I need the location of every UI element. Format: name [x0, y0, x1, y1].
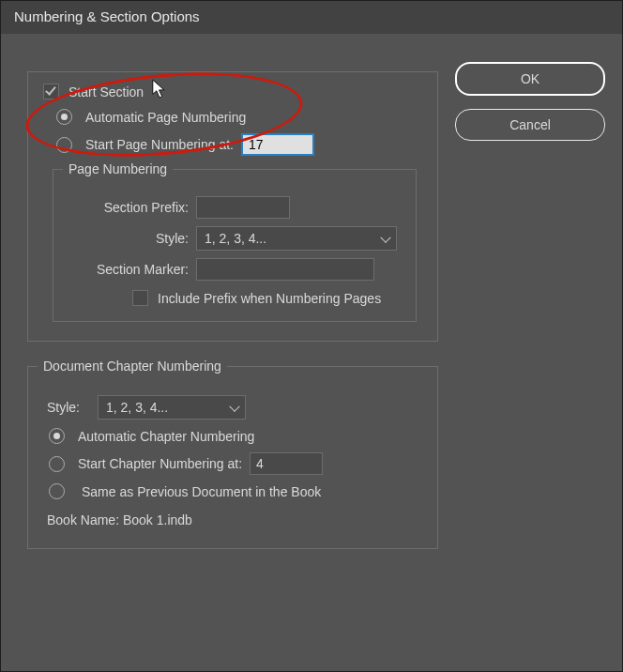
start-page-numbering-at-radio[interactable] [56, 137, 72, 153]
start-page-numbering-at-input[interactable] [241, 133, 314, 156]
automatic-page-numbering-radio[interactable] [56, 109, 72, 125]
chapter-style-select[interactable]: 1, 2, 3, 4... [98, 395, 246, 420]
include-prefix-checkbox[interactable] [132, 290, 148, 306]
section-prefix-input[interactable] [196, 196, 290, 219]
chevron-down-icon [380, 233, 390, 243]
same-as-previous-radio[interactable] [49, 483, 65, 499]
start-chapter-numbering-at-input[interactable] [250, 452, 323, 475]
section-options-group: Start Section Automatic Page Numbering S… [27, 71, 438, 342]
same-as-previous-label: Same as Previous Document in the Book [82, 484, 321, 499]
start-chapter-numbering-at-radio[interactable] [49, 456, 65, 472]
chevron-down-icon [229, 402, 239, 412]
include-prefix-label: Include Prefix when Numbering Pages [158, 291, 381, 306]
page-numbering-group: Page Numbering Section Prefix: Style: 1,… [53, 169, 417, 322]
start-section-checkbox[interactable] [43, 84, 59, 99]
section-marker-input[interactable] [196, 258, 374, 281]
automatic-chapter-numbering-radio[interactable] [49, 428, 65, 444]
page-numbering-style-select[interactable]: 1, 2, 3, 4... [196, 226, 397, 251]
chapter-style-value: 1, 2, 3, 4... [106, 400, 168, 415]
page-numbering-legend: Page Numbering [63, 161, 173, 176]
start-section-label: Start Section [68, 84, 144, 99]
book-name-label: Book Name: [47, 512, 119, 527]
ok-button[interactable]: OK [455, 62, 605, 96]
dialog-title: Numbering & Section Options [1, 1, 622, 34]
book-name-value: Book 1.indb [123, 512, 192, 527]
chapter-style-label: Style: [47, 400, 90, 415]
document-chapter-numbering-legend: Document Chapter Numbering [38, 359, 227, 374]
page-numbering-style-value: 1, 2, 3, 4... [205, 231, 266, 246]
start-chapter-numbering-at-label: Start Chapter Numbering at: [78, 456, 242, 471]
automatic-page-numbering-label: Automatic Page Numbering [85, 110, 246, 125]
start-page-numbering-at-label: Start Page Numbering at: [85, 137, 234, 152]
page-numbering-style-label: Style: [67, 231, 189, 246]
section-prefix-label: Section Prefix: [67, 200, 189, 215]
automatic-chapter-numbering-label: Automatic Chapter Numbering [78, 429, 254, 444]
section-marker-label: Section Marker: [67, 262, 189, 277]
document-chapter-numbering-group: Document Chapter Numbering Style: 1, 2, … [27, 366, 438, 549]
cancel-button[interactable]: Cancel [455, 109, 605, 141]
